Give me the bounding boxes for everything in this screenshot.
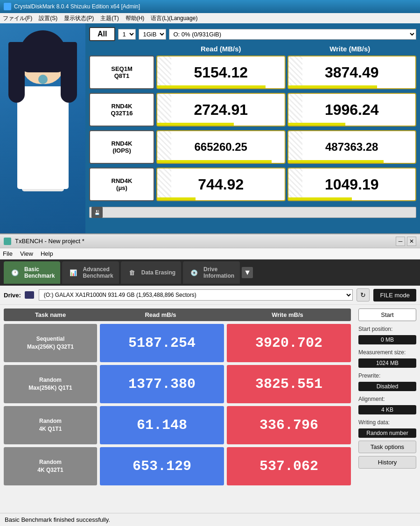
cdm-menu-theme[interactable]: 主题(T): [100, 14, 119, 22]
txb-prewrite-label: Prewrite:: [358, 372, 416, 379]
txb-row-random-4k-q32: Random 4K Q32T1 653.129 537.062: [4, 447, 351, 485]
txb-clock-icon: 🕐: [9, 267, 21, 278]
txb-header-read: Read mB/s: [97, 311, 224, 318]
cdm-size-select[interactable]: 1GiB: [139, 29, 166, 40]
cdm-menu-settings[interactable]: 設置(S): [39, 14, 57, 22]
cdm-label-rnd4k-us: RND4K (μs): [89, 168, 154, 201]
txb-start-button[interactable]: Start: [358, 309, 416, 321]
cdm-read-rnd4k-iops: 665260.25: [156, 130, 286, 164]
txb-menu-view[interactable]: View: [20, 250, 33, 257]
anime-hair: [20, 30, 66, 72]
cdm-menubar: ファイル(F) 設置(S) 显示状态(P) 主题(T) 帮助(H) 语言(L)(…: [0, 13, 420, 23]
txb-tab-advanced-label: Advanced Benchmark: [83, 266, 113, 279]
txb-drive-select[interactable]: (O:) GALAX XA1R1000N 931.49 GB (1,953,48…: [39, 289, 353, 301]
cdm-drive-select[interactable]: O: 0% (0/931GiB): [169, 29, 416, 40]
cdm-topbar: All 1 1GiB O: 0% (0/931GiB): [89, 27, 416, 41]
txb-tab-drive-info[interactable]: 💿 Drive Information: [183, 261, 240, 284]
txb-statusbar: Basic Benchmark finished successfully.: [0, 513, 420, 526]
cdm-main-area: All 1 1GiB O: 0% (0/931GiB) Read (MB/s) …: [85, 23, 420, 233]
txb-writing-data-label: Writing data:: [358, 419, 416, 426]
cdm-anime-character: [0, 23, 85, 233]
txb-main-area: Task name Read mB/s Write mB/s Sequentia…: [0, 305, 355, 513]
cdm-menu-display[interactable]: 显示状态(P): [64, 14, 94, 22]
txb-title-text: TxBENCH - New project *: [15, 238, 394, 245]
txb-content: Task name Read mB/s Write mB/s Sequentia…: [0, 305, 420, 513]
cdm-label-rnd4k-q32: RND4K Q32T16: [89, 93, 154, 126]
cdm-read-header: Read (MB/s): [156, 45, 286, 53]
txb-label-sequential: Sequential Max(256K) Q32T1: [4, 324, 97, 362]
cdm-write-rnd4k-iops: 487363.28: [287, 130, 417, 164]
txb-window: TxBENCH - New project * ─ ✕ File View He…: [0, 233, 420, 526]
txb-close-button[interactable]: ✕: [407, 237, 416, 246]
txb-sidebar: Start Start position: 0 MB Measurement s…: [355, 305, 420, 513]
txb-row-sequential: Sequential Max(256K) Q32T1 5187.254 3920…: [4, 324, 351, 362]
cdm-count-select[interactable]: 1: [118, 29, 136, 40]
cdm-write-rnd4k-us: 1049.19: [287, 168, 417, 201]
txb-menu-file[interactable]: File: [3, 250, 13, 257]
cdm-row-seq1m: SEQ1M Q8T1 5154.12 3874.49: [89, 56, 416, 89]
txb-refresh-button[interactable]: ↻: [357, 288, 370, 302]
cdm-all-button[interactable]: All: [89, 27, 115, 41]
txb-row-random-max: Random Max(256K) Q1T1 1377.380 3825.551: [4, 365, 351, 403]
txb-drive-icon: 💿: [189, 267, 200, 278]
anime-body: [17, 86, 69, 189]
txb-tab-drive-label: Drive Information: [203, 266, 234, 279]
txb-start-pos-label: Start position:: [358, 326, 416, 332]
txb-read-random-max: 1377.380: [100, 365, 224, 403]
txb-read-random-4k-q32: 653.129: [100, 447, 224, 485]
txb-prewrite-val: Disabled: [358, 382, 416, 391]
txb-read-sequential: 5187.254: [100, 324, 224, 362]
txb-write-random-max: 3825.551: [227, 365, 351, 403]
txb-header-write: Write mB/s: [224, 311, 351, 318]
txb-label-random-max: Random Max(256K) Q1T1: [4, 365, 97, 403]
cdm-content: All 1 1GiB O: 0% (0/931GiB) Read (MB/s) …: [0, 23, 420, 233]
cdm-row-rnd4k-q32: RND4K Q32T16 2724.91 1996.24: [89, 93, 416, 126]
cdm-row-rnd4k-us: RND4K (μs) 744.92 1049.19: [89, 168, 416, 201]
txb-row-random-4k: Random 4K Q1T1 61.148 336.796: [4, 406, 351, 444]
cdm-write-rnd4k-q32: 1996.24: [287, 93, 417, 126]
cdm-app-icon: [4, 3, 11, 10]
txb-alignment-label: Alignment:: [358, 396, 416, 402]
cdm-read-rnd4k-us: 744.92: [156, 168, 286, 201]
cdm-read-seq1m: 5154.12: [156, 56, 286, 89]
txb-menubar: File View Help: [0, 248, 420, 259]
txb-tab-advanced-benchmark[interactable]: 📊 Advanced Benchmark: [62, 261, 119, 284]
txb-history-button[interactable]: History: [358, 456, 416, 469]
txb-tab-data-erasing[interactable]: 🗑 Data Erasing: [121, 261, 181, 284]
txb-tab-basic-label: Basic Benchmark: [24, 266, 55, 279]
cdm-title-text: CrystalDiskMark 8.0.4 Shizuku Edition x6…: [14, 3, 140, 10]
cdm-menu-help[interactable]: 帮助(H): [126, 14, 145, 22]
txb-tab-erase-label: Data Erasing: [141, 269, 175, 276]
cdm-write-header: Write (MB/s): [286, 45, 415, 53]
txb-header-task: Task name: [4, 311, 97, 318]
cdm-titlebar: CrystalDiskMark 8.0.4 Shizuku Edition x6…: [0, 0, 420, 13]
txb-meas-size-label: Measurement size:: [358, 349, 416, 356]
txb-tab-basic-benchmark[interactable]: 🕐 Basic Benchmark: [4, 261, 60, 284]
txb-read-random-4k: 61.148: [100, 406, 224, 444]
cdm-column-headers: Read (MB/s) Write (MB/s): [89, 45, 416, 53]
txb-menu-help[interactable]: Help: [41, 250, 53, 257]
anime-ribbon: [38, 75, 48, 84]
cdm-window: CrystalDiskMark 8.0.4 Shizuku Edition x6…: [0, 0, 420, 233]
cdm-menu-language[interactable]: 语言(L)(Language): [151, 14, 197, 22]
txb-file-mode-button[interactable]: FILE mode: [373, 289, 416, 302]
txb-alignment-val: 4 KB: [358, 405, 416, 414]
txb-task-options-button[interactable]: Task options: [358, 441, 416, 453]
cdm-write-seq1m: 3874.49: [287, 56, 417, 89]
txb-titlebar: TxBENCH - New project * ─ ✕: [0, 234, 420, 248]
txb-table-header: Task name Read mB/s Write mB/s: [4, 309, 351, 321]
txb-toolbar: 🕐 Basic Benchmark 📊 Advanced Benchmark 🗑…: [0, 259, 420, 286]
cdm-disk-icon: 💾: [91, 207, 103, 218]
txb-write-random-4k-q32: 537.062: [227, 447, 351, 485]
cdm-menu-file[interactable]: ファイル(F): [3, 14, 32, 22]
txb-meas-size-val: 1024 MB: [358, 358, 416, 368]
txb-write-random-4k: 336.796: [227, 406, 351, 444]
txb-app-icon: [4, 238, 11, 245]
txb-more-button[interactable]: ▼: [242, 267, 253, 278]
txb-drive-type-icon: [25, 291, 34, 299]
txb-erase-icon: 🗑: [126, 267, 138, 278]
txb-writing-data-val: Random number: [358, 428, 416, 438]
cdm-row-rnd4k-iops: RND4K (IOPS) 665260.25 487363.28: [89, 130, 416, 164]
cdm-read-rnd4k-q32: 2724.91: [156, 93, 286, 126]
txb-minimize-button[interactable]: ─: [396, 237, 405, 246]
